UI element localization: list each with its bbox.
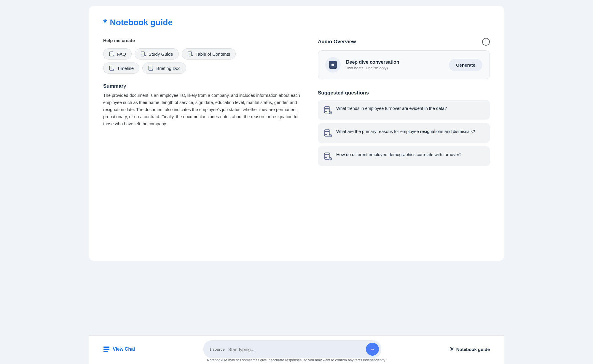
question-card-1[interactable]: What trends in employee turnover are evi…	[318, 100, 490, 120]
header: * Notebook guide	[103, 18, 490, 27]
question-card-2[interactable]: What are the primary reasons for employe…	[318, 123, 490, 143]
chips-row-2: Timeline Briefing Doc	[103, 62, 304, 74]
header-asterisk-icon: *	[103, 18, 107, 27]
question-text-1: What trends in employee turnover are evi…	[336, 105, 447, 112]
audio-subtitle: Two hosts (English only)	[346, 66, 444, 70]
svg-point-43	[329, 134, 332, 137]
chip-table-of-contents-label: Table of Contents	[196, 52, 230, 57]
svg-text:?: ?	[113, 55, 114, 57]
info-icon[interactable]: i	[482, 38, 490, 46]
audio-overview-header: Audio Overview i	[318, 38, 490, 46]
left-panel: Help me create ? FAQ	[103, 38, 304, 169]
view-chat-label: View Chat	[113, 347, 135, 352]
notebook-asterisk-icon: ✳	[449, 346, 454, 352]
summary-title: Summary	[103, 83, 304, 89]
page-wrapper: * Notebook guide Help me create ? FAQ	[89, 6, 504, 261]
faq-icon: ?	[109, 51, 115, 57]
chat-input-area: 1 source →	[203, 340, 381, 358]
notebook-guide-text: Notebook guide	[456, 347, 490, 352]
chat-icon	[103, 346, 110, 352]
summary-text: The provided document is an employee lis…	[103, 92, 304, 128]
svg-rect-51	[103, 351, 108, 352]
chip-timeline[interactable]: Timeline	[103, 62, 139, 74]
chip-study-guide[interactable]: Study Guide	[135, 48, 179, 60]
audio-speaker-icon	[329, 61, 337, 69]
table-of-contents-icon	[187, 51, 193, 57]
send-arrow-icon: →	[369, 346, 375, 352]
chat-input[interactable]	[228, 347, 362, 352]
timeline-icon	[109, 65, 115, 71]
summary-section: Summary The provided document is an empl…	[103, 83, 304, 128]
question-icon-1	[324, 106, 332, 114]
chip-faq[interactable]: ? FAQ	[103, 48, 132, 60]
chips-row-1: ? FAQ Study Guide	[103, 48, 304, 60]
notebook-guide-label: ✳ Notebook guide	[449, 346, 490, 352]
svg-point-48	[329, 158, 332, 160]
svg-rect-33	[331, 64, 333, 66]
question-icon-2	[324, 129, 332, 137]
audio-deep-dive-label: Deep dive conversation	[346, 60, 444, 65]
app-title: Notebook guide	[110, 18, 173, 27]
question-icon-3	[324, 152, 332, 161]
chip-timeline-label: Timeline	[117, 66, 134, 71]
right-panel: Audio Overview i Deep dive conversation …	[318, 38, 490, 169]
main-content: Help me create ? FAQ	[103, 38, 490, 169]
disclaimer: NotebookLM may still sometimes give inac…	[89, 358, 504, 364]
suggested-questions-title: Suggested questions	[318, 90, 490, 96]
chip-table-of-contents[interactable]: Table of Contents	[182, 48, 236, 60]
svg-point-38	[329, 111, 332, 114]
svg-rect-49	[103, 347, 109, 348]
question-text-3: How do different employee demographics c…	[336, 152, 462, 158]
chip-faq-label: FAQ	[117, 52, 126, 57]
study-guide-icon	[140, 51, 146, 57]
audio-icon-wrap	[325, 57, 341, 73]
audio-overview-title: Audio Overview	[318, 39, 356, 45]
svg-rect-50	[103, 349, 109, 350]
audio-text: Deep dive conversation Two hosts (Englis…	[346, 60, 444, 70]
chip-study-guide-label: Study Guide	[149, 52, 173, 57]
audio-card: Deep dive conversation Two hosts (Englis…	[318, 50, 490, 79]
send-button[interactable]: →	[366, 343, 379, 356]
question-card-3[interactable]: How do different employee demographics c…	[318, 146, 490, 166]
view-chat-button[interactable]: View Chat	[103, 346, 135, 352]
help-me-create-label: Help me create	[103, 38, 304, 43]
source-badge: 1 source	[209, 347, 225, 352]
chip-briefing-doc[interactable]: Briefing Doc	[142, 62, 186, 74]
generate-button[interactable]: Generate	[449, 59, 482, 71]
briefing-doc-icon	[148, 65, 154, 71]
chip-briefing-doc-label: Briefing Doc	[156, 66, 181, 71]
question-text-2: What are the primary reasons for employe…	[336, 129, 475, 135]
